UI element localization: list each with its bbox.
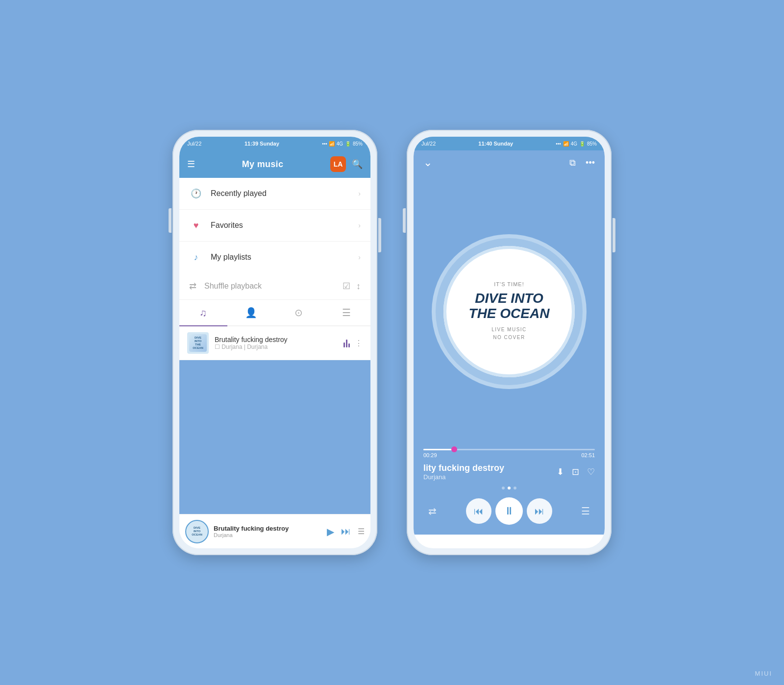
lazy-badge[interactable]: LA (330, 156, 346, 172)
previous-button[interactable]: ⏮ (466, 498, 491, 524)
recently-played-icon: 🕐 (189, 187, 203, 200)
status-time-left: 11:39 Sunday (245, 141, 279, 147)
album-art-container: IT'S TIME! DIVE INTO THE OCEAN LIVE MUSI… (414, 173, 605, 445)
share-icon[interactable]: ⧉ (569, 158, 576, 168)
menu-item-playlists[interactable]: ♪ My playlists › (179, 242, 370, 273)
header-icons: LA 🔍 (330, 156, 363, 172)
player-header: ⌄ ⧉ ••• (414, 150, 605, 173)
song-row[interactable]: DIVEINTOTHEOCEAN Brutality fucking destr… (179, 326, 370, 360)
equalizer-icon (343, 339, 350, 347)
favorites-icon: ♥ (189, 219, 203, 232)
shuffle-label: Shuffle playback (204, 282, 343, 291)
song-thumbnail: DIVEINTOTHEOCEAN (187, 332, 209, 354)
progress-times: 00:29 02:51 (423, 452, 595, 458)
pause-icon: ⏸ (504, 505, 514, 517)
app-title: My music (242, 159, 283, 170)
player-song-text: lity fucking destroy Durjana (423, 463, 557, 481)
song-title: Brutality fucking destroy (215, 336, 343, 343)
pause-button[interactable]: ⏸ (495, 497, 523, 525)
progress-thumb (451, 446, 457, 452)
player-song-title: lity fucking destroy (423, 463, 557, 473)
song-actions: ⋮ (343, 339, 363, 348)
sort-icon[interactable]: ↕ (356, 281, 361, 292)
mini-player-thumbnail: DIVEINTOOCEAN (185, 520, 209, 543)
song-info-actions: ⬇ ⊡ ♡ (557, 466, 595, 477)
mini-player-info: Brutality fucking destroy Durjana (214, 525, 322, 538)
left-phone: Jul/22 11:39 Sunday ••• 📶 4G 🔋 85% ☰ My … (172, 130, 377, 555)
battery-right-icon: 🔋 (579, 141, 585, 147)
signal-icon: ••• 📶 (322, 141, 334, 147)
queue-icon[interactable]: ☰ (581, 505, 590, 517)
page-dots (414, 483, 605, 493)
player-controls: ⇄ ⏮ ⏸ ⏭ ☰ (414, 493, 605, 535)
songs-tab-icon: ♫ (199, 307, 207, 318)
progress-bar[interactable] (423, 449, 595, 450)
hamburger-icon[interactable]: ☰ (187, 159, 195, 170)
player-song-artist: Durjana (423, 473, 557, 481)
blue-content-area (179, 360, 370, 514)
battery-icon: 🔋 (345, 141, 351, 147)
right-phone: Jul/22 11:40 Sunday ••• 📶 4G 🔋 85% ⌄ ⧉ •… (407, 130, 612, 555)
status-icons-right: ••• 📶 4G 🔋 85% (556, 141, 597, 147)
shuffle-row[interactable]: ⇄ Shuffle playback ☑ ↕ (179, 273, 370, 300)
signal-dots-icon: ••• (556, 141, 561, 147)
more-options-icon[interactable]: ••• (586, 158, 595, 168)
menu-item-recently-played[interactable]: 🕐 Recently played › (179, 178, 370, 210)
menu-list: 🕐 Recently played › ♥ Favorites › ♪ My p… (179, 178, 370, 273)
tab-folders[interactable]: ☰ (323, 300, 371, 325)
chevron-right-icon-3: › (358, 253, 361, 261)
progress-section: 00:29 02:51 (414, 445, 605, 460)
player-song-info: lity fucking destroy Durjana ⬇ ⊡ ♡ (414, 460, 605, 483)
chevron-right-icon-2: › (358, 221, 361, 229)
player-header-actions: ⧉ ••• (569, 158, 595, 168)
album-description: LIVE MUSIC NO COVER (469, 326, 550, 342)
menu-item-favorites[interactable]: ♥ Favorites › (179, 210, 370, 242)
status-time-right: 11:40 Sunday (478, 141, 513, 147)
miui-watermark: MIUI (755, 670, 772, 677)
artists-tab-icon: 👤 (245, 307, 257, 318)
next-icon: ⏭ (535, 506, 544, 517)
signal-bars-icon: 📶 (563, 141, 569, 147)
next-button[interactable]: ⏭ (527, 498, 552, 524)
mini-player-controls: ▶ ⏭ ☰ (327, 526, 365, 538)
album-content: IT'S TIME! DIVE INTO THE OCEAN LIVE MUSI… (459, 271, 560, 352)
shuffle-icon: ⇄ (189, 281, 196, 292)
song-sub: ☐ Durjana | Durjana (215, 343, 343, 350)
album-outer-ring: IT'S TIME! DIVE INTO THE OCEAN LIVE MUSI… (436, 238, 583, 385)
search-icon[interactable]: 🔍 (352, 159, 363, 170)
dot-3 (514, 487, 516, 489)
cast-icon[interactable]: ⊡ (572, 466, 579, 477)
left-screen-content: Jul/22 11:39 Sunday ••• 📶 4G 🔋 85% ☰ My … (179, 137, 370, 548)
right-phone-screen: Jul/22 11:40 Sunday ••• 📶 4G 🔋 85% ⌄ ⧉ •… (414, 137, 605, 548)
tab-songs[interactable]: ♫ (179, 300, 227, 325)
album-subtitle: IT'S TIME! (469, 281, 550, 287)
playback-buttons: ⏮ ⏸ ⏭ (466, 497, 552, 525)
progress-fill (423, 449, 454, 450)
status-bar-right: Jul/22 11:40 Sunday ••• 📶 4G 🔋 85% (414, 137, 605, 150)
previous-icon: ⏮ (474, 506, 484, 517)
tab-artists[interactable]: 👤 (227, 300, 275, 325)
mini-play-button[interactable]: ▶ (327, 526, 334, 538)
mini-player: DIVEINTOOCEAN Brutality fucking destroy … (179, 514, 370, 548)
heart-icon[interactable]: ♡ (587, 466, 595, 477)
chevron-down-icon[interactable]: ⌄ (423, 156, 432, 169)
right-screen-content: Jul/22 11:40 Sunday ••• 📶 4G 🔋 85% ⌄ ⧉ •… (414, 137, 605, 535)
status-date-right: Jul/22 (421, 141, 436, 147)
mini-player-artist: Durjana (214, 532, 322, 538)
favorites-label: Favorites (211, 221, 358, 230)
network-label: 4G (571, 141, 577, 147)
more-icon[interactable]: ⋮ (355, 339, 363, 348)
mini-next-button[interactable]: ⏭ (341, 526, 351, 537)
album-inner-ring: IT'S TIME! DIVE INTO THE OCEAN LIVE MUSI… (443, 246, 575, 377)
download-icon[interactable]: ⬇ (557, 466, 564, 477)
battery-right-percent: 85% (587, 141, 597, 147)
shuffle-playback-icon[interactable]: ⇄ (428, 505, 437, 517)
mini-queue-button[interactable]: ☰ (358, 527, 365, 536)
mini-player-title: Brutality fucking destroy (214, 525, 322, 532)
progress-total: 02:51 (581, 452, 595, 458)
check-icon[interactable]: ☑ (343, 281, 350, 292)
app-header: ☰ My music LA 🔍 (179, 150, 370, 178)
tab-albums[interactable]: ⊙ (275, 300, 323, 325)
battery-percent: 85% (353, 141, 363, 147)
status-bar-left: Jul/22 11:39 Sunday ••• 📶 4G 🔋 85% (179, 137, 370, 150)
